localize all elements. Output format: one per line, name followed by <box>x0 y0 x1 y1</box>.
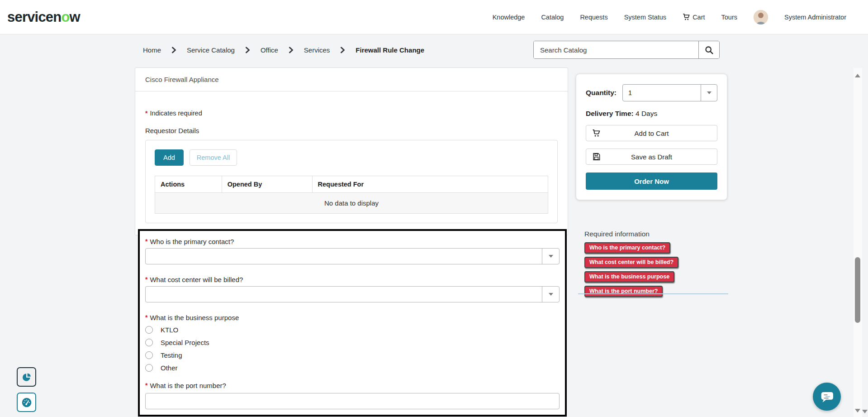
search-input[interactable] <box>534 41 698 58</box>
order-panel: Quantity: 1 Delivery Time: 4 Days Add to… <box>576 74 727 200</box>
report-button[interactable] <box>17 367 36 387</box>
required-badge-business-purpose[interactable]: What is the business purpose <box>584 271 674 283</box>
scroll-down-icon[interactable] <box>855 409 860 412</box>
required-badge-primary-contact[interactable]: Who is the primary contact? <box>584 242 670 254</box>
caret-down-icon <box>707 91 711 94</box>
catalog-item-card: Cisco Firewall Appliance * Indicates req… <box>135 67 568 235</box>
primary-contact-select-value <box>146 249 542 264</box>
servicenow-logo[interactable]: servicenow <box>7 9 80 25</box>
chat-bubble-icon <box>818 388 835 405</box>
column-requested-for: Requested For <box>312 176 548 193</box>
window-scrollbar[interactable] <box>862 0 868 417</box>
column-actions: Actions <box>155 176 222 193</box>
radio-label: Special Projects <box>161 339 209 346</box>
indicates-required-text: Indicates required <box>150 110 202 117</box>
order-now-button[interactable]: Order Now <box>586 173 717 190</box>
remove-all-button[interactable]: Remove All <box>190 149 237 166</box>
nav-cart[interactable]: Cart <box>683 13 705 21</box>
scrollbar-thumb[interactable] <box>855 257 860 323</box>
radio-option-other[interactable]: Other <box>145 361 560 374</box>
required-asterisk: * <box>145 238 147 245</box>
user-name[interactable]: System Administrator <box>784 14 846 21</box>
nav-knowledge[interactable]: Knowledge <box>493 14 525 21</box>
radio-button[interactable] <box>145 326 153 334</box>
chat-button[interactable] <box>813 383 841 411</box>
business-purpose-options: KTLO Special Projects Testing Other <box>145 323 560 374</box>
logo-accent-o: o <box>61 9 69 25</box>
business-purpose-label-text: What is the business purpose <box>150 314 239 321</box>
gauge-icon <box>21 397 33 408</box>
nav-system-status[interactable]: System Status <box>624 14 666 21</box>
breadcrumb-current: Firewall Rule Change <box>356 46 424 54</box>
avatar-image <box>754 10 768 24</box>
delivery-time: Delivery Time: 4 Days <box>586 110 717 118</box>
indicates-required-note: * Indicates required <box>145 110 558 117</box>
nav-requests[interactable]: Requests <box>580 14 607 21</box>
search-button[interactable] <box>698 41 719 58</box>
content-scrollbar[interactable] <box>854 68 862 417</box>
delivery-time-label: Delivery Time: <box>586 110 634 117</box>
radio-option-testing[interactable]: Testing <box>145 349 560 361</box>
add-to-cart-button[interactable]: Add to Cart <box>586 125 717 141</box>
variables-form: * Who is the primary contact? * What cos… <box>138 229 567 417</box>
top-navbar: servicenow Knowledge Catalog Requests Sy… <box>0 0 868 34</box>
required-information-title: Required information <box>584 230 731 238</box>
breadcrumb-service-catalog[interactable]: Service Catalog <box>187 46 235 54</box>
table-header-row: Actions Opened By Requested For <box>155 176 548 193</box>
scroll-up-icon[interactable] <box>855 74 860 77</box>
caret-down-icon <box>549 293 553 296</box>
primary-contact-select-caret[interactable] <box>542 249 559 264</box>
empty-table-message: No data to display <box>155 193 548 214</box>
radio-option-special-projects[interactable]: Special Projects <box>145 336 560 349</box>
save-icon <box>592 153 601 161</box>
breadcrumb-home[interactable]: Home <box>143 46 161 54</box>
quantity-label: Quantity: <box>586 89 617 97</box>
catalog-searchbar <box>533 41 720 59</box>
breadcrumb-services[interactable]: Services <box>304 46 330 54</box>
save-as-draft-label: Save as Draft <box>631 153 672 161</box>
scroll-down-icon[interactable] <box>862 410 868 413</box>
cost-center-select[interactable] <box>145 286 560 302</box>
avatar[interactable] <box>754 10 768 24</box>
radio-button[interactable] <box>145 339 153 346</box>
section-divider <box>578 293 728 294</box>
required-badge-port-number[interactable]: What is the port number? <box>584 286 663 297</box>
requestor-details-label: Requestor Details <box>145 127 558 134</box>
radio-option-ktlo[interactable]: KTLO <box>145 323 560 336</box>
radio-button[interactable] <box>145 351 153 359</box>
item-body: * Indicates required Requestor Details A… <box>135 91 568 235</box>
nav-tours[interactable]: Tours <box>721 14 737 21</box>
breadcrumb-office[interactable]: Office <box>261 46 278 54</box>
requestor-table: Actions Opened By Requested For No data … <box>155 176 548 214</box>
nav-catalog[interactable]: Catalog <box>541 14 564 21</box>
cost-center-label-text: What cost center will be billed? <box>150 276 243 283</box>
add-to-cart-label: Add to Cart <box>635 129 669 137</box>
quantity-select-caret[interactable] <box>701 85 717 101</box>
screen: servicenow Knowledge Catalog Requests Sy… <box>0 0 868 417</box>
radio-label: KTLO <box>161 326 178 334</box>
nav-links: Knowledge Catalog Requests System Status… <box>493 10 846 24</box>
breadcrumb: Home Service Catalog Office Services Fir… <box>143 46 424 54</box>
chevron-right-icon <box>245 47 250 53</box>
primary-contact-label-text: Who is the primary contact? <box>150 238 234 245</box>
requestor-details-panel: Add Remove All Actions Opened By Request… <box>145 140 558 223</box>
cost-center-label: * What cost center will be billed? <box>145 275 560 283</box>
required-badge-cost-center[interactable]: What cost center will be billed? <box>584 257 678 268</box>
radio-label: Other <box>161 364 178 372</box>
cart-icon <box>592 129 601 138</box>
caret-down-icon <box>549 255 553 258</box>
primary-contact-select[interactable] <box>145 248 560 264</box>
radio-button[interactable] <box>145 364 153 372</box>
add-button[interactable]: Add <box>155 149 184 166</box>
port-number-label: * What is the port number? <box>145 381 560 389</box>
chevron-right-icon <box>289 47 294 53</box>
save-as-draft-button[interactable]: Save as Draft <box>586 149 717 165</box>
delivery-time-value: 4 Days <box>636 110 657 117</box>
cost-center-select-caret[interactable] <box>542 287 559 302</box>
port-number-input[interactable] <box>145 393 560 409</box>
cart-icon <box>683 13 690 21</box>
dashboard-button[interactable] <box>17 393 36 412</box>
table-empty-row: No data to display <box>155 193 548 214</box>
quantity-select[interactable]: 1 <box>622 84 717 101</box>
nav-cart-label: Cart <box>693 14 705 21</box>
